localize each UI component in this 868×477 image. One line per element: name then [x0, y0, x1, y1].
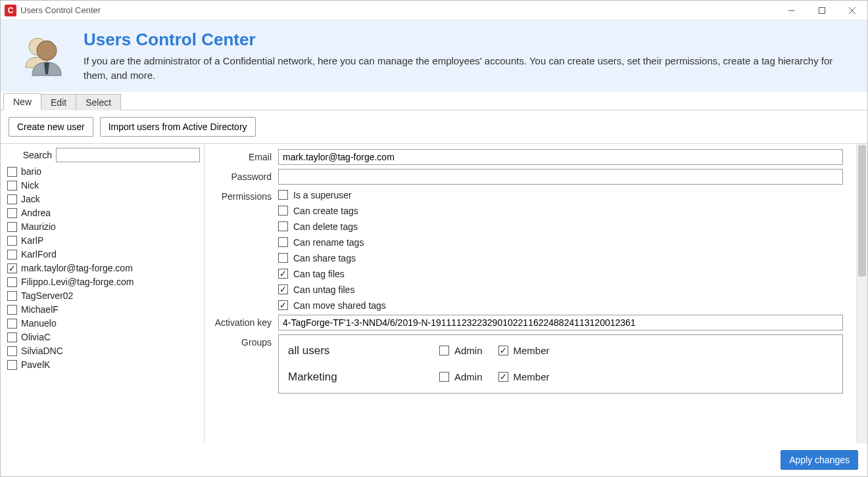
user-list-item[interactable]: Maurizio [7, 220, 204, 234]
user-checkbox[interactable] [7, 250, 17, 260]
user-list-item[interactable]: OliviaC [7, 330, 204, 344]
user-name: Jack [21, 194, 40, 204]
user-checkbox[interactable] [7, 263, 17, 273]
permission-checkbox[interactable] [278, 190, 288, 200]
group-member-checkbox[interactable] [498, 372, 508, 382]
permission-item: Can rename tags [278, 237, 843, 248]
user-name: PavelK [21, 359, 50, 370]
user-list[interactable]: barioNickJackAndreaMaurizioKarlPKarlFord… [7, 165, 204, 440]
user-list-item[interactable]: mark.taylor@tag-forge.com [7, 261, 204, 275]
permission-checkbox[interactable] [278, 300, 288, 310]
password-label: Password [210, 169, 278, 182]
create-new-user-button[interactable]: Create new user [9, 117, 93, 137]
user-list-item[interactable]: MichaelF [7, 303, 204, 317]
user-name: TagServer02 [21, 290, 73, 301]
user-checkbox[interactable] [7, 346, 17, 356]
titlebar: C Users Control Center [1, 1, 867, 20]
user-checkbox[interactable] [7, 181, 17, 191]
user-list-item[interactable]: Manuelo [7, 317, 204, 330]
minimize-button[interactable] [777, 1, 807, 20]
activation-key-label: Activation key [210, 315, 278, 328]
user-name: Nick [21, 180, 39, 191]
permission-label: Can rename tags [293, 237, 364, 248]
user-checkbox[interactable] [7, 194, 17, 204]
user-checkbox[interactable] [7, 222, 17, 232]
permission-checkbox[interactable] [278, 269, 288, 279]
search-label: Search [7, 150, 56, 160]
user-list-item[interactable]: Filippo.Levi@tag-forge.com [7, 275, 204, 289]
permission-item: Is a superuser [278, 190, 843, 200]
main-body: Search barioNickJackAndreaMaurizioKarlPK… [1, 143, 867, 444]
permission-checkbox[interactable] [278, 284, 288, 294]
user-checkbox[interactable] [7, 167, 17, 177]
window-title: Users Control Center [20, 5, 101, 15]
group-admin-cell: Admin [439, 345, 483, 356]
action-toolbar: Create new user Import users from Active… [1, 110, 867, 143]
password-field[interactable] [278, 169, 843, 185]
permission-label: Can move shared tags [293, 300, 386, 311]
permission-label: Can untag files [293, 284, 354, 295]
tab-select[interactable]: Select [76, 94, 121, 110]
group-admin-cell: Admin [439, 371, 483, 382]
tab-new[interactable]: New [3, 93, 41, 110]
user-name: KarlP [21, 235, 43, 246]
user-checkbox[interactable] [7, 236, 17, 246]
user-list-item[interactable]: Jack [7, 193, 204, 206]
user-list-item[interactable]: KarlFord [7, 248, 204, 261]
page-description: If you are the administrator of a Confid… [84, 54, 853, 83]
group-name: all users [288, 344, 439, 357]
user-checkbox[interactable] [7, 319, 17, 329]
user-checkbox[interactable] [7, 291, 17, 301]
group-member-cell: Member [498, 371, 550, 382]
permission-checkbox[interactable] [278, 206, 288, 216]
apply-changes-button[interactable]: Apply changes [781, 450, 858, 470]
permission-item: Can tag files [278, 269, 843, 279]
group-name: Marketing [288, 371, 439, 384]
permission-checkbox[interactable] [278, 237, 288, 247]
permission-item: Can untag files [278, 284, 843, 295]
permission-item: Can delete tags [278, 221, 843, 232]
permission-label: Can share tags [293, 253, 356, 263]
maximize-button[interactable] [807, 1, 837, 20]
group-row: MarketingAdminMember [279, 364, 842, 390]
tab-bar: New Edit Select [1, 92, 867, 110]
user-name: MichaelF [21, 304, 59, 315]
user-list-item[interactable]: bario [7, 165, 204, 179]
user-checkbox[interactable] [7, 208, 17, 218]
group-admin-checkbox[interactable] [439, 372, 449, 382]
app-icon: C [5, 5, 16, 16]
groups-label: Groups [210, 334, 278, 348]
search-input[interactable] [56, 148, 200, 162]
user-list-item[interactable]: KarlP [7, 234, 204, 248]
group-admin-label: Admin [454, 345, 483, 356]
svg-point-5 [37, 41, 57, 60]
permission-checkbox[interactable] [278, 221, 288, 231]
group-admin-checkbox[interactable] [439, 346, 449, 355]
form-scrollbar[interactable] [856, 144, 867, 444]
user-checkbox[interactable] [7, 360, 17, 370]
user-list-item[interactable]: SilviaDNC [7, 344, 204, 358]
user-checkbox[interactable] [7, 332, 17, 342]
svg-rect-1 [819, 7, 825, 13]
form-pane: Email Password Permissions Is a superuse… [205, 144, 867, 444]
activation-key-field[interactable] [278, 315, 843, 330]
tab-edit[interactable]: Edit [41, 94, 76, 110]
permission-item: Can share tags [278, 253, 843, 263]
import-users-button[interactable]: Import users from Active Directory [100, 117, 256, 137]
email-field[interactable] [278, 149, 843, 165]
user-list-item[interactable]: PavelK [7, 358, 204, 372]
user-list-item[interactable]: Nick [7, 179, 204, 193]
scrollbar-thumb[interactable] [858, 145, 866, 277]
permission-item: Can create tags [278, 206, 843, 216]
close-button[interactable] [837, 1, 867, 20]
permission-label: Can create tags [293, 206, 358, 216]
window-controls [777, 1, 867, 20]
permissions-list: Is a superuserCan create tagsCan delete … [278, 189, 843, 311]
group-member-label: Member [514, 345, 550, 356]
user-checkbox[interactable] [7, 305, 17, 315]
user-checkbox[interactable] [7, 277, 17, 287]
user-list-item[interactable]: TagServer02 [7, 289, 204, 303]
group-member-checkbox[interactable] [498, 346, 508, 355]
user-list-item[interactable]: Andrea [7, 206, 204, 220]
permission-checkbox[interactable] [278, 253, 288, 263]
